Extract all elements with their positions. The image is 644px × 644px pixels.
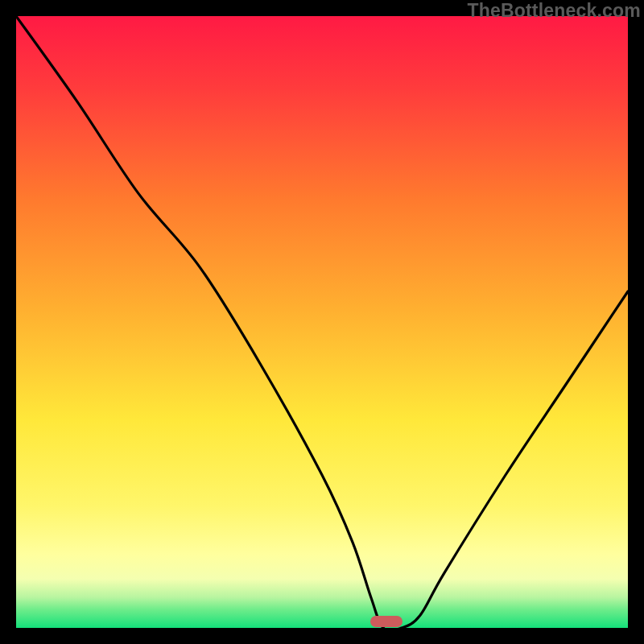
- bottleneck-curve: [16, 16, 628, 628]
- optimal-marker: [370, 616, 402, 627]
- watermark-text: TheBottleneck.com: [467, 0, 641, 22]
- chart-frame: TheBottleneck.com: [0, 0, 644, 644]
- plot-area: [16, 16, 628, 628]
